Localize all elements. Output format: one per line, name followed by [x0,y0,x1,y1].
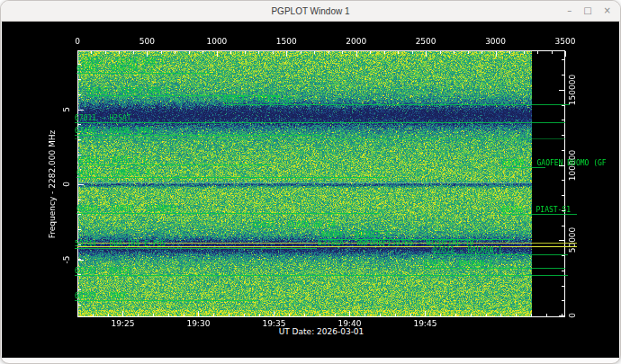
axis-tick [482,51,482,54]
axis-tick [562,135,564,136]
close-button[interactable]: × [604,1,611,21]
y-axis-title: Frequency - 2282.000 MHz [48,130,57,239]
window-title: PGPLOT Window 1 [271,6,349,16]
axis-tick [562,59,564,60]
axis-tick [78,139,81,140]
axis-tick [304,314,305,316]
axis-tick [468,51,469,54]
satellite-label: 65091 - RACE-1 1 [77,157,147,164]
doppler-track-line [75,135,325,136]
pgplot-window: Frequency - 2282.000 MHz UT Date: 2026-0… [0,0,621,364]
axis-tick [244,314,245,316]
axis-tick [546,314,547,316]
doppler-track-line [75,248,316,249]
axis-tick [562,271,564,271]
axis-tick [410,314,411,316]
axis-tick-label: 3500 [555,37,576,46]
doppler-track-line [424,268,565,269]
axis-tick-label: 3000 [485,37,506,46]
axis-tick [314,51,315,54]
axis-tick-label: 19:45 [413,319,436,328]
axis-tick-label: 1000 [206,37,227,46]
satellite-label: 44890 - OBJECT C [320,232,390,239]
axis-tick [562,75,564,75]
satellite-label: 65141 - MAIZE [75,268,131,275]
x-axis-title: UT Date: 2026-03-01 [279,327,364,336]
satellite-label: 64769 - GAOFEN DUOMO (GF [502,160,607,167]
axis-tick-label: 50000 [568,227,577,253]
axis-tick [562,286,564,287]
titlebar[interactable]: PGPLOT Window 1 – □ × [1,1,620,22]
axis-tick [356,51,357,57]
axis-tick [229,314,230,316]
axis-tick-label: 19:40 [338,319,361,328]
axis-tick [500,314,501,316]
satellite-label: 66757 - PIAST-S2 [223,97,292,104]
axis-tick [77,51,78,57]
minimize-button[interactable]: – [567,1,572,21]
axis-tick [78,155,81,155]
window-controls: – □ × [567,1,611,21]
axis-tick [562,150,564,151]
axis-tick [286,51,287,57]
axis-tick [509,51,510,54]
axis-tick-label: 150000 [568,75,577,105]
axis-tick-label: 2500 [416,37,436,46]
axis-tick [486,314,487,316]
satellite-label: 63455 - KWANG JANG [75,128,153,135]
axis-tick [289,314,290,316]
axis-tick-label: 2000 [346,37,366,46]
axis-tick [440,314,441,316]
satellite-label: 65637 - FLOCK 4B 34 [253,222,336,229]
axis-tick [384,51,385,54]
axis-tick [217,51,218,57]
axis-tick [78,184,84,185]
satellite-label: 62611 - BALKAN-1 [433,247,502,254]
satellite-label: 60375 - SMAP [75,293,127,300]
axis-tick [78,214,81,215]
axis-tick [175,51,176,54]
satellite-label: 66243 - PIAST-S1 [501,207,571,214]
axis-tick [78,289,81,290]
axis-tick [531,314,532,316]
axis-tick [93,314,94,316]
axis-tick [153,314,154,316]
axis-tick [328,51,329,54]
axis-tick-label: 1500 [276,37,297,46]
axis-tick [198,311,199,316]
axis-tick [562,180,564,181]
axis-tick [259,314,260,316]
axis-tick [559,240,564,241]
axis-tick [78,79,81,80]
axis-tick [454,51,454,54]
axis-tick [471,314,472,316]
axis-tick-label: -5 [62,255,71,263]
axis-tick [562,105,564,106]
satellite-label: 59244 - DBA-1B4 E-FUS [75,241,166,248]
doppler-track-line [75,275,568,276]
axis-tick [562,255,564,256]
axis-tick [552,51,553,54]
satellite-label: 62611 - BALKAN-1 [424,261,493,268]
axis-tick-label: 500 [140,37,155,46]
axis-tick [108,314,109,316]
axis-tick [380,314,381,316]
axis-tick [138,314,139,316]
doppler-track-line [433,254,568,255]
axis-tick [91,51,92,54]
axis-tick [147,51,148,57]
satellite-label: 67011 - H2SAT [75,115,131,122]
doppler-track-line [77,182,532,183]
axis-tick [398,51,399,54]
axis-tick [168,314,169,316]
axis-tick [320,314,320,316]
axis-tick [258,51,259,54]
axis-tick [273,51,274,54]
axis-tick [274,311,274,316]
maximize-button[interactable]: □ [583,1,591,21]
axis-tick [105,51,106,54]
axis-tick [516,314,517,316]
axis-tick [562,300,564,301]
axis-tick [78,229,81,230]
axis-tick [78,110,84,111]
